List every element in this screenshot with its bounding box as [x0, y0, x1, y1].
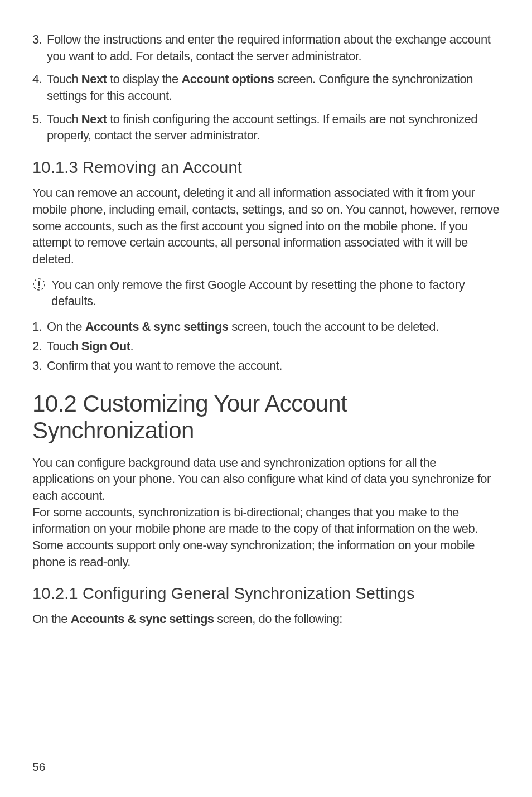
list-item: 1. On the Accounts & sync settings scree…	[32, 317, 500, 336]
list-text-a: Touch	[47, 112, 81, 126]
note-callout: You can only remove the first Google Acc…	[32, 277, 500, 310]
list-text-bold: Sign Out	[81, 339, 130, 353]
list-text-c: to display the	[107, 72, 182, 86]
subheading-removing-account: 10.1.3 Removing an Account	[32, 158, 500, 177]
svg-point-1	[38, 287, 40, 288]
subheading-configuring-sync: 10.2.1 Configuring General Synchronizati…	[32, 585, 500, 603]
list-text-c: to finish configuring the account settin…	[47, 112, 477, 143]
list-item: 5. Touch Next to finish configuring the …	[32, 111, 500, 144]
para-text-a: On the	[32, 612, 71, 626]
list-text-bold2: Account options	[181, 72, 274, 86]
list-text-a: Confirm that you want to remove the acco…	[47, 359, 282, 373]
list-item: 2. Touch Sign Out.	[32, 337, 500, 355]
list-item: 3. Follow the instructions and enter the…	[32, 31, 500, 64]
note-text: You can only remove the first Google Acc…	[51, 277, 500, 310]
list-text-bold: Next	[81, 72, 107, 86]
list-text: Follow the instructions and enter the re…	[47, 32, 490, 63]
page-number: 56	[32, 760, 45, 774]
list-item: 3. Confirm that you want to remove the a…	[32, 356, 500, 375]
list-num: 4.	[32, 71, 42, 88]
numbered-list-continued: 3. Follow the instructions and enter the…	[32, 31, 500, 144]
list-num: 2.	[32, 337, 42, 355]
list-num: 1.	[32, 317, 42, 336]
list-text-bold: Accounts & sync settings	[85, 320, 229, 334]
body-paragraph: You can configure background data use an…	[32, 455, 500, 504]
list-num: 3.	[32, 356, 42, 375]
list-text-c: screen, touch the account to be deleted.	[229, 320, 439, 334]
list-text-a: Touch	[47, 72, 81, 86]
para-text-c: screen, do the following:	[214, 612, 342, 626]
caution-icon	[32, 278, 46, 291]
list-text-c: .	[130, 339, 133, 353]
list-num: 3.	[32, 31, 42, 48]
list-item: 4. Touch Next to display the Account opt…	[32, 71, 500, 104]
para-text-bold: Accounts & sync settings	[71, 612, 214, 626]
list-text-a: On the	[47, 320, 85, 334]
list-num: 5.	[32, 111, 42, 128]
svg-rect-0	[38, 281, 40, 286]
section-heading-customizing: 10.2 Customizing Your Account Synchroniz…	[32, 390, 500, 445]
numbered-steps: 1. On the Accounts & sync settings scree…	[32, 317, 500, 375]
list-text-bold: Next	[81, 112, 107, 126]
body-paragraph: On the Accounts & sync settings screen, …	[32, 611, 500, 627]
body-paragraph: You can remove an account, deleting it a…	[32, 185, 500, 267]
body-paragraph: For some accounts, synchronization is bi…	[32, 504, 500, 571]
list-text-a: Touch	[47, 339, 81, 353]
